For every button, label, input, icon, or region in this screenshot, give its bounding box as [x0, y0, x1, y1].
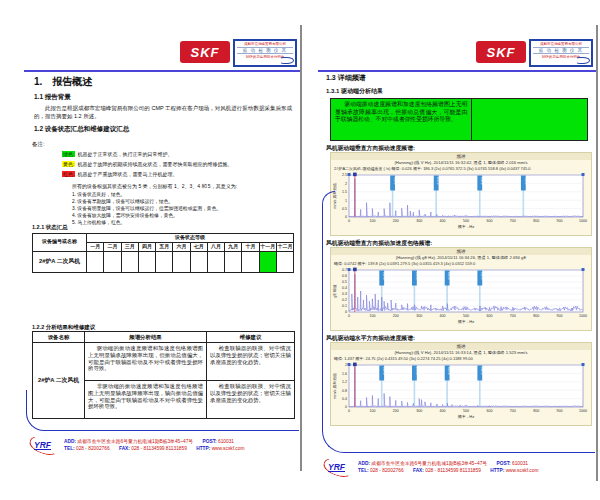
status-cell — [207, 251, 224, 272]
classification-item-3: 3. 设备有明显故障，设备可以继续运行，但需加强巡检或监测，黄色。 — [72, 205, 221, 211]
table2-header-row: 设备名称 频谱分析结果 维修建议 — [33, 332, 295, 343]
yrf-logo: YRF — [322, 458, 358, 479]
skf-logo: SKF — [180, 41, 230, 63]
month-header: 一月 — [87, 242, 104, 251]
legend-text: 机器处于故障的初期或持续恶化状态，需要尽快采取相应的维修措施。 — [77, 161, 232, 167]
page-footer: YRF ADD: 成都市金牛区金丰路6号量力机电城1期B栋3单45~47号 PO… — [322, 458, 594, 479]
month-header: 十二月 — [276, 242, 293, 251]
post-value: 610031 — [512, 461, 528, 466]
status-cell — [173, 251, 190, 272]
classification-item-1: 1. 设备状态良好，绿色。 — [72, 191, 125, 197]
address-label: ADD: — [64, 439, 76, 444]
summary-text-cell: 驱动端振动速度频谱和加速度包络频谱图上无明显轴承故障频率出现，但振动总值偏大，可… — [331, 99, 472, 141]
swoosh-hook — [322, 191, 335, 206]
month-header: 六月 — [173, 242, 190, 251]
green-status-chip: 绿色: — [62, 151, 75, 157]
classification-intro: 所有的设备根据其状态被分为 5 类，分别标有 1、2、3、4 和 5，其意义为: — [72, 183, 237, 189]
table1-device-header: 设备编号或名称 — [33, 234, 87, 252]
svg-text:2: 2 — [345, 182, 347, 186]
month-header: 九月 — [225, 242, 242, 251]
drive-end-summary-table: 驱动端振动速度频谱和加速度包络频谱图上无明显轴承故障频率出现，但振动总值偏大，可… — [330, 98, 588, 141]
status-cell-green — [259, 251, 276, 272]
month-header: 二月 — [104, 242, 121, 251]
section-heading-1: 1. 报告概述 — [34, 75, 92, 89]
advice-cell: 检查联轴器的联接、对中情况以及弹性受损的状态；密切关注轴承座温度的变化趋势。 — [207, 343, 295, 381]
fax-value: 028 - 81134599 81131859 — [425, 468, 481, 473]
post-value: 610031 — [218, 439, 234, 444]
status-cell — [87, 251, 104, 272]
distributor-name: 成都市宏瑞峰贸易有限公司 — [235, 41, 295, 46]
table-row: 2#炉A 二次风机 — [33, 251, 294, 272]
section-heading-1-2-2: 1.2.2 分析结果和维修建议 — [32, 324, 95, 331]
month-header: 七月 — [190, 242, 207, 251]
address-value: 成都市金牛区金丰路6号量力机电城1期B栋3单45~47号 — [77, 439, 193, 444]
footer-contact: ADD: 成都市金牛区金丰路6号量力机电城1期B栋3单45~47号 POST: … — [358, 458, 538, 479]
section-heading-1-3: 1.3 详细频谱 — [326, 73, 366, 83]
table2-header-advice: 维修建议 — [207, 332, 295, 343]
svg-text:2.5: 2.5 — [342, 173, 347, 177]
footer-contact: ADD: 成都市金牛区金丰路6号量力机电城1期B栋3单45~47号 POST: … — [64, 436, 244, 457]
distributor-subtitle: 振 动 检 测 仪 器 — [237, 47, 293, 54]
page-footer: YRF ADD: 成都市金牛区金丰路6号量力机电城1期B栋3单45~47号 PO… — [28, 436, 298, 457]
table2-header-device: 设备名称 — [33, 332, 85, 343]
report-page-1: SKF 成都市宏瑞峰贸易有限公司 振 动 检 测 仪 器 SKF状态监测技术分销… — [24, 25, 302, 471]
header-rule — [318, 70, 596, 72]
classification-item-5: 5. 马上停机检修，红色。 — [72, 219, 125, 225]
table-row: 驱动端振动速度频谱和加速度包络频谱图上无明显轴承故障频率出现，但振动总值偏大，可… — [331, 99, 588, 141]
status-cell — [121, 251, 138, 272]
tel-label: TEL: — [64, 446, 75, 451]
table2-header-result: 频谱分析结果 — [85, 332, 207, 343]
analysis-result-cell: 驱动端的振动速度频谱和加速度包络频谱图上无明显轴承故障频率出现，但振动总值偏大，… — [85, 343, 207, 381]
legend-text: 机器处于正常状态，执行正常的日常维护。 — [77, 151, 172, 157]
distributor-logo: 成都市宏瑞峰贸易有限公司 振 动 检 测 仪 器 SKF状态监测技术分销商 — [529, 39, 593, 67]
table1-span-header: 设备状态等级 — [87, 234, 294, 243]
classification-item-2: 2. 设备有早期故障，设备可以继续运行，绿色。 — [72, 198, 173, 204]
device-name-cell: 2#炉A 二次风机 — [33, 251, 87, 272]
swoosh-arrow-icon — [280, 57, 294, 64]
month-header: 八月 — [207, 242, 224, 251]
status-summary-table: 设备编号或名称 设备状态等级 一月 二月 三月 四月 五月 六月 七月 八月 九… — [32, 233, 294, 273]
yellow-status-chip: 黄色: — [62, 161, 75, 167]
legend-text: 机器处于严重故障状态，需要马上停机处理。 — [77, 171, 177, 177]
distributor-name: 成都市宏瑞峰贸易有限公司 — [531, 41, 591, 46]
footer-swoosh-line — [322, 205, 595, 453]
fax-label: FAX: — [413, 468, 424, 473]
month-header: 十一月 — [259, 242, 276, 251]
tel-label: TEL: — [358, 468, 369, 473]
month-header: 十月 — [242, 242, 259, 251]
swoosh-arrow-icon — [576, 57, 590, 64]
status-cell — [138, 251, 155, 272]
section-heading-1-2-1: 1.2.1 状态汇总 — [32, 224, 68, 231]
note-label: 备注: — [32, 141, 45, 148]
status-cell — [104, 251, 121, 272]
skf-logo-text: SKF — [487, 45, 516, 60]
classification-item-4: 4. 设备有较大故障，需尽快安排设备检修，黄色。 — [72, 212, 178, 218]
status-cell — [225, 251, 242, 272]
tel-value: 028 - 82002766 — [370, 468, 404, 473]
summary-empty-cell — [472, 99, 588, 141]
http-value: www.scskf.com — [506, 468, 539, 473]
legend-row-yellow: 黄色:机器处于故障的初期或持续恶化状态，需要尽快采取相应的维修措施。 — [62, 161, 232, 167]
legend-row-green: 绿色:机器处于正常状态，执行正常的日常维护。 — [62, 151, 172, 157]
background-paragraph: 此报告是根据成都市宏瑞峰贸易有限公司的 CMP 工程师在客户现场，对风机进行振动… — [34, 105, 292, 120]
yrf-logo-text: YRF — [328, 462, 345, 472]
status-cell — [276, 251, 293, 272]
status-cell — [242, 251, 259, 272]
status-cell — [156, 251, 173, 272]
tel-value: 028 - 82002766 — [76, 446, 110, 451]
post-label: POST: — [497, 461, 511, 466]
address-value: 成都市金牛区金丰路6号量力机电城1期B栋3单45~47号 — [371, 461, 487, 466]
section-heading-1-3-1: 1.3.1 驱动端分析结果 — [326, 87, 383, 96]
skf-logo: SKF — [476, 41, 526, 63]
distributor-logo: 成都市宏瑞峰贸易有限公司 振 动 检 测 仪 器 SKF状态监测技术分销商 — [233, 39, 297, 67]
fax-value: 028 - 81134599 81131859 — [131, 446, 187, 451]
fax-label: FAX: — [119, 446, 130, 451]
http-value: www.scskf.com — [212, 446, 245, 451]
c-tab: 频谱 — [331, 153, 591, 160]
month-header: 四月 — [138, 242, 155, 251]
status-cell — [190, 251, 207, 272]
svg-text:1: 1 — [345, 199, 347, 203]
month-header: 五月 — [156, 242, 173, 251]
http-label: HTTP: — [490, 468, 504, 473]
svg-text:558.8: 558.8 — [480, 177, 484, 185]
